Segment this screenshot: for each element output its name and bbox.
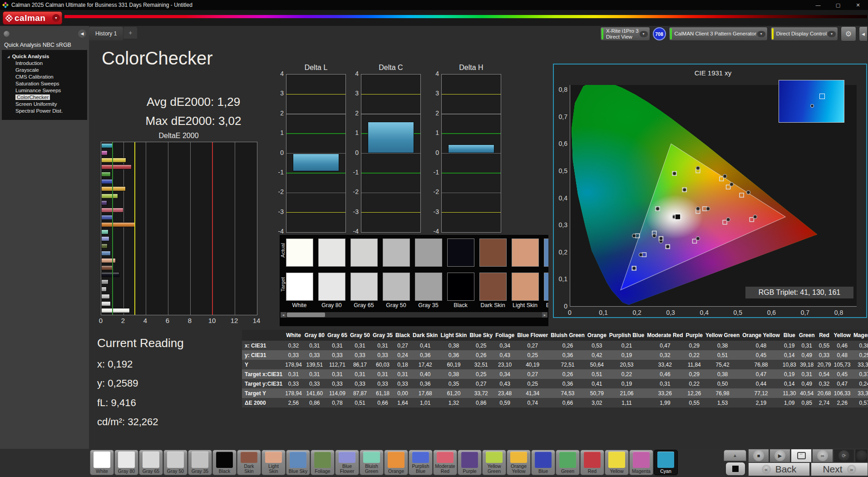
patch-button-gray-80[interactable]: Gray 80 bbox=[114, 450, 138, 475]
table-cell: 0,25 bbox=[516, 379, 549, 388]
gear-icon[interactable]: ⚙ bbox=[841, 26, 856, 41]
patch-button-bluish-green[interactable]: Bluish Green bbox=[360, 450, 384, 475]
actual-row-label: Actual bbox=[280, 250, 286, 258]
patch-button-gray-35[interactable]: Gray 35 bbox=[188, 450, 212, 475]
chevron-down-icon[interactable]: ▼ bbox=[640, 31, 648, 37]
sidebar-item-introduction[interactable]: Introduction bbox=[2, 60, 87, 67]
table-cell: 2,74 bbox=[816, 398, 832, 407]
expander-icon[interactable]: ◢ bbox=[7, 55, 10, 58]
patch-button-purplish-blue[interactable]: Purplish Blue bbox=[409, 450, 433, 475]
chevron-down-icon[interactable]: ▼ bbox=[757, 31, 765, 37]
chevron-down-icon[interactable]: ▼ bbox=[828, 31, 836, 37]
patch-label: Blue Flower bbox=[337, 464, 357, 474]
minimize-icon[interactable]: — bbox=[808, 0, 828, 10]
scroll-right-icon[interactable]: ► bbox=[542, 312, 547, 318]
de-bar-gray-35 bbox=[101, 279, 108, 284]
swatch-label: Dark Skin bbox=[477, 302, 509, 308]
strip-up-icon[interactable]: ▲ bbox=[724, 450, 746, 461]
table-cell: 0,27 bbox=[394, 341, 411, 350]
table-cell: 1,09 bbox=[781, 398, 798, 407]
table-cell: 0,31 bbox=[371, 369, 394, 379]
table-cell: 0,86 bbox=[303, 398, 326, 407]
patch-button-purple[interactable]: Purple bbox=[458, 450, 482, 475]
patch-button-yellow-green[interactable]: Yellow Green bbox=[482, 450, 506, 475]
sidebar-item-colorchecker[interactable]: ColorChecker bbox=[2, 94, 87, 101]
stop-pattern-button[interactable] bbox=[725, 462, 746, 476]
patch-swatch bbox=[633, 452, 650, 468]
patch-button-foliage[interactable]: Foliage bbox=[311, 450, 335, 475]
add-tab-button[interactable]: + bbox=[123, 27, 137, 39]
sidebar-item-quick-analysis[interactable]: ◢Quick Analysis bbox=[2, 53, 87, 60]
axis-tick-label: 0,5 bbox=[555, 167, 567, 174]
patch-button-gray-50[interactable]: Gray 50 bbox=[163, 450, 187, 475]
scrollbar-thumb[interactable] bbox=[287, 313, 325, 317]
axis-tick-label: 0,7 bbox=[555, 113, 567, 120]
tab-history-1[interactable]: History 1 bbox=[89, 27, 123, 40]
extra-button[interactable] bbox=[855, 449, 868, 462]
table-cell: 20,79 bbox=[816, 360, 832, 369]
patch-button-orange[interactable]: Orange bbox=[384, 450, 408, 475]
sidebar-dot-button[interactable] bbox=[4, 31, 10, 37]
sidebar-item-grayscale[interactable]: Grayscale bbox=[2, 67, 87, 74]
back-button[interactable]: « Back bbox=[748, 462, 810, 476]
spectrum-strip bbox=[64, 15, 867, 18]
table-cell: 0,36 bbox=[439, 350, 468, 360]
sidebar-item-screen-uniformity[interactable]: Screen Uniformity bbox=[2, 101, 87, 108]
axis-tick-label: 6 bbox=[161, 317, 174, 324]
patch-button-blue[interactable]: Blue bbox=[531, 450, 555, 475]
table-row-label: x: CIE31 bbox=[242, 341, 284, 350]
patch-button-blue-flower[interactable]: Blue Flower bbox=[335, 450, 359, 475]
patch-button-dark-skin[interactable]: Dark Skin bbox=[237, 450, 261, 475]
sidebar-item-luminance-sweeps[interactable]: Luminance Sweeps bbox=[2, 87, 87, 94]
display-selector[interactable]: Direct Display Control ▼ bbox=[770, 27, 838, 41]
close-icon[interactable]: ✕ bbox=[848, 0, 868, 10]
patch-button-red[interactable]: Red bbox=[580, 450, 604, 475]
patch-button-yellow[interactable]: Yellow bbox=[605, 450, 629, 475]
tab-bar: History 1 + bbox=[89, 26, 137, 42]
sidebar-collapse-icon[interactable]: ◀ bbox=[78, 30, 86, 38]
swatch-scrollbar[interactable]: ◄ ► bbox=[281, 312, 547, 318]
patch-button-moderate-red[interactable]: Moderate Red bbox=[433, 450, 457, 475]
patch-button-magenta[interactable]: Magenta bbox=[629, 450, 653, 475]
stop-button[interactable]: ■ bbox=[748, 449, 769, 462]
patch-button-light-skin[interactable]: Light Skin bbox=[261, 450, 286, 475]
source-selector[interactable]: CalMAN Client 3 Pattern Generator ▼ bbox=[669, 27, 768, 41]
reference-line bbox=[112, 142, 113, 315]
de-bar-red bbox=[101, 164, 132, 169]
devices-collapse-icon[interactable]: ◀ bbox=[859, 26, 868, 41]
de-bar-orange-yellow bbox=[101, 186, 126, 191]
patch-swatch bbox=[412, 452, 429, 463]
gridline bbox=[361, 173, 420, 174]
de-bar-blue-sky bbox=[101, 251, 111, 256]
patch-button-white[interactable]: White bbox=[90, 450, 114, 475]
sidebar-item-cms-calibration[interactable]: CMS Calibration bbox=[2, 74, 87, 80]
continuous-measure-button[interactable]: ∞ bbox=[812, 449, 833, 462]
play-button[interactable]: ▶ bbox=[769, 449, 790, 462]
table-cell: 0,45 bbox=[833, 369, 852, 379]
axis-tick-label: 0 bbox=[561, 309, 579, 316]
patch-button-cyan[interactable]: Cyan bbox=[654, 450, 678, 475]
patch-button-orange-yellow[interactable]: Orange Yellow bbox=[507, 450, 531, 475]
pattern-window-button[interactable]: ·· bbox=[791, 449, 812, 462]
table-cell: 0,51 bbox=[586, 369, 608, 379]
patch-button-blue-sky[interactable]: Blue Sky bbox=[286, 450, 310, 475]
patch-button-gray-65[interactable]: Gray 65 bbox=[139, 450, 163, 475]
logo-dropdown-icon[interactable]: ▼ bbox=[52, 14, 60, 22]
next-button[interactable]: Next » bbox=[811, 462, 868, 476]
table-col-header: Yellow Green bbox=[704, 330, 741, 341]
calman-menu-button[interactable]: calman ▼ bbox=[3, 11, 62, 25]
sidebar-item-saturation-sweeps[interactable]: Saturation Sweeps bbox=[2, 80, 87, 87]
patch-button-green[interactable]: Green bbox=[556, 450, 580, 475]
maximize-icon[interactable]: ▢ bbox=[828, 0, 848, 10]
table-cell: 0,41 bbox=[411, 341, 439, 350]
meter-selector[interactable]: X-Rite i1Pro 3 Direct View ▼ bbox=[600, 27, 650, 41]
scroll-left-icon[interactable]: ◄ bbox=[281, 312, 286, 318]
patch-button-black[interactable]: Black bbox=[212, 450, 237, 475]
table-cell: 20,68 bbox=[816, 388, 832, 398]
patch-swatch bbox=[486, 452, 503, 463]
refresh-button[interactable]: ⟳ bbox=[833, 449, 854, 462]
gridline bbox=[286, 94, 345, 95]
meter-count-badge[interactable]: 708 bbox=[653, 27, 666, 40]
sidebar-item-spectral-power-dist[interactable]: Spectral Power Dist. bbox=[2, 108, 87, 114]
table-cell: 0,55 bbox=[685, 398, 704, 407]
